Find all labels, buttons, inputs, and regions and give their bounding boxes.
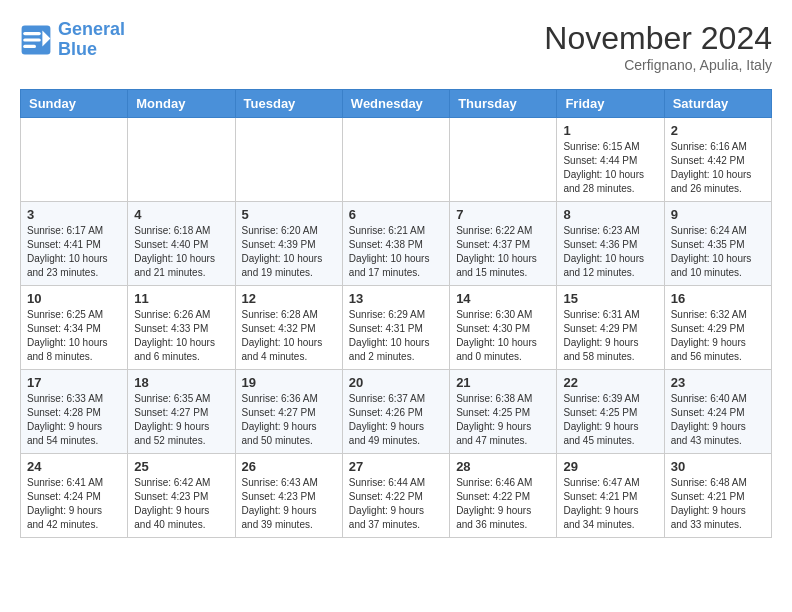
day-number: 7 (456, 207, 550, 222)
day-number: 11 (134, 291, 228, 306)
day-cell: 16Sunrise: 6:32 AMSunset: 4:29 PMDayligh… (664, 286, 771, 370)
day-cell: 28Sunrise: 6:46 AMSunset: 4:22 PMDayligh… (450, 454, 557, 538)
calendar-header-row: SundayMondayTuesdayWednesdayThursdayFrid… (21, 90, 772, 118)
svg-rect-4 (23, 45, 36, 48)
page-header: General Blue November 2024 Cerfignano, A… (20, 20, 772, 73)
day-info: Sunrise: 6:30 AMSunset: 4:30 PMDaylight:… (456, 308, 550, 364)
day-info: Sunrise: 6:28 AMSunset: 4:32 PMDaylight:… (242, 308, 336, 364)
day-info: Sunrise: 6:22 AMSunset: 4:37 PMDaylight:… (456, 224, 550, 280)
day-cell: 13Sunrise: 6:29 AMSunset: 4:31 PMDayligh… (342, 286, 449, 370)
day-cell: 5Sunrise: 6:20 AMSunset: 4:39 PMDaylight… (235, 202, 342, 286)
day-cell: 10Sunrise: 6:25 AMSunset: 4:34 PMDayligh… (21, 286, 128, 370)
week-row-2: 3Sunrise: 6:17 AMSunset: 4:41 PMDaylight… (21, 202, 772, 286)
day-info: Sunrise: 6:37 AMSunset: 4:26 PMDaylight:… (349, 392, 443, 448)
day-info: Sunrise: 6:40 AMSunset: 4:24 PMDaylight:… (671, 392, 765, 448)
day-info: Sunrise: 6:48 AMSunset: 4:21 PMDaylight:… (671, 476, 765, 532)
logo: General Blue (20, 20, 125, 60)
day-number: 1 (563, 123, 657, 138)
day-cell: 14Sunrise: 6:30 AMSunset: 4:30 PMDayligh… (450, 286, 557, 370)
day-number: 27 (349, 459, 443, 474)
day-number: 14 (456, 291, 550, 306)
day-number: 17 (27, 375, 121, 390)
calendar-table: SundayMondayTuesdayWednesdayThursdayFrid… (20, 89, 772, 538)
day-info: Sunrise: 6:25 AMSunset: 4:34 PMDaylight:… (27, 308, 121, 364)
day-number: 22 (563, 375, 657, 390)
day-cell: 18Sunrise: 6:35 AMSunset: 4:27 PMDayligh… (128, 370, 235, 454)
header-sunday: Sunday (21, 90, 128, 118)
day-info: Sunrise: 6:42 AMSunset: 4:23 PMDaylight:… (134, 476, 228, 532)
day-number: 29 (563, 459, 657, 474)
week-row-4: 17Sunrise: 6:33 AMSunset: 4:28 PMDayligh… (21, 370, 772, 454)
day-cell (235, 118, 342, 202)
day-cell: 26Sunrise: 6:43 AMSunset: 4:23 PMDayligh… (235, 454, 342, 538)
day-number: 23 (671, 375, 765, 390)
title-block: November 2024 Cerfignano, Apulia, Italy (544, 20, 772, 73)
day-info: Sunrise: 6:36 AMSunset: 4:27 PMDaylight:… (242, 392, 336, 448)
day-number: 10 (27, 291, 121, 306)
day-number: 3 (27, 207, 121, 222)
day-info: Sunrise: 6:41 AMSunset: 4:24 PMDaylight:… (27, 476, 121, 532)
day-cell: 24Sunrise: 6:41 AMSunset: 4:24 PMDayligh… (21, 454, 128, 538)
day-info: Sunrise: 6:18 AMSunset: 4:40 PMDaylight:… (134, 224, 228, 280)
day-cell: 22Sunrise: 6:39 AMSunset: 4:25 PMDayligh… (557, 370, 664, 454)
day-info: Sunrise: 6:29 AMSunset: 4:31 PMDaylight:… (349, 308, 443, 364)
day-number: 13 (349, 291, 443, 306)
header-monday: Monday (128, 90, 235, 118)
day-info: Sunrise: 6:24 AMSunset: 4:35 PMDaylight:… (671, 224, 765, 280)
day-cell: 15Sunrise: 6:31 AMSunset: 4:29 PMDayligh… (557, 286, 664, 370)
day-info: Sunrise: 6:43 AMSunset: 4:23 PMDaylight:… (242, 476, 336, 532)
day-info: Sunrise: 6:31 AMSunset: 4:29 PMDaylight:… (563, 308, 657, 364)
day-info: Sunrise: 6:32 AMSunset: 4:29 PMDaylight:… (671, 308, 765, 364)
day-cell: 27Sunrise: 6:44 AMSunset: 4:22 PMDayligh… (342, 454, 449, 538)
day-number: 30 (671, 459, 765, 474)
day-info: Sunrise: 6:47 AMSunset: 4:21 PMDaylight:… (563, 476, 657, 532)
day-info: Sunrise: 6:33 AMSunset: 4:28 PMDaylight:… (27, 392, 121, 448)
day-number: 2 (671, 123, 765, 138)
day-info: Sunrise: 6:46 AMSunset: 4:22 PMDaylight:… (456, 476, 550, 532)
day-number: 18 (134, 375, 228, 390)
day-info: Sunrise: 6:35 AMSunset: 4:27 PMDaylight:… (134, 392, 228, 448)
day-number: 21 (456, 375, 550, 390)
day-number: 4 (134, 207, 228, 222)
header-tuesday: Tuesday (235, 90, 342, 118)
day-info: Sunrise: 6:17 AMSunset: 4:41 PMDaylight:… (27, 224, 121, 280)
day-cell: 7Sunrise: 6:22 AMSunset: 4:37 PMDaylight… (450, 202, 557, 286)
day-info: Sunrise: 6:16 AMSunset: 4:42 PMDaylight:… (671, 140, 765, 196)
day-number: 25 (134, 459, 228, 474)
header-wednesday: Wednesday (342, 90, 449, 118)
day-cell (128, 118, 235, 202)
day-info: Sunrise: 6:26 AMSunset: 4:33 PMDaylight:… (134, 308, 228, 364)
day-cell: 21Sunrise: 6:38 AMSunset: 4:25 PMDayligh… (450, 370, 557, 454)
day-number: 26 (242, 459, 336, 474)
logo-text: General Blue (58, 20, 125, 60)
day-info: Sunrise: 6:20 AMSunset: 4:39 PMDaylight:… (242, 224, 336, 280)
location-subtitle: Cerfignano, Apulia, Italy (544, 57, 772, 73)
day-number: 5 (242, 207, 336, 222)
header-saturday: Saturday (664, 90, 771, 118)
week-row-5: 24Sunrise: 6:41 AMSunset: 4:24 PMDayligh… (21, 454, 772, 538)
svg-rect-2 (23, 32, 41, 35)
day-cell: 1Sunrise: 6:15 AMSunset: 4:44 PMDaylight… (557, 118, 664, 202)
day-number: 19 (242, 375, 336, 390)
day-cell: 20Sunrise: 6:37 AMSunset: 4:26 PMDayligh… (342, 370, 449, 454)
day-cell: 11Sunrise: 6:26 AMSunset: 4:33 PMDayligh… (128, 286, 235, 370)
day-cell: 29Sunrise: 6:47 AMSunset: 4:21 PMDayligh… (557, 454, 664, 538)
day-cell: 9Sunrise: 6:24 AMSunset: 4:35 PMDaylight… (664, 202, 771, 286)
day-info: Sunrise: 6:15 AMSunset: 4:44 PMDaylight:… (563, 140, 657, 196)
week-row-3: 10Sunrise: 6:25 AMSunset: 4:34 PMDayligh… (21, 286, 772, 370)
day-cell: 19Sunrise: 6:36 AMSunset: 4:27 PMDayligh… (235, 370, 342, 454)
week-row-1: 1Sunrise: 6:15 AMSunset: 4:44 PMDaylight… (21, 118, 772, 202)
day-cell: 4Sunrise: 6:18 AMSunset: 4:40 PMDaylight… (128, 202, 235, 286)
day-cell (21, 118, 128, 202)
day-number: 6 (349, 207, 443, 222)
day-cell: 23Sunrise: 6:40 AMSunset: 4:24 PMDayligh… (664, 370, 771, 454)
header-thursday: Thursday (450, 90, 557, 118)
day-number: 12 (242, 291, 336, 306)
svg-rect-3 (23, 38, 41, 41)
day-number: 8 (563, 207, 657, 222)
day-info: Sunrise: 6:21 AMSunset: 4:38 PMDaylight:… (349, 224, 443, 280)
day-cell: 2Sunrise: 6:16 AMSunset: 4:42 PMDaylight… (664, 118, 771, 202)
day-info: Sunrise: 6:39 AMSunset: 4:25 PMDaylight:… (563, 392, 657, 448)
day-number: 28 (456, 459, 550, 474)
day-info: Sunrise: 6:44 AMSunset: 4:22 PMDaylight:… (349, 476, 443, 532)
